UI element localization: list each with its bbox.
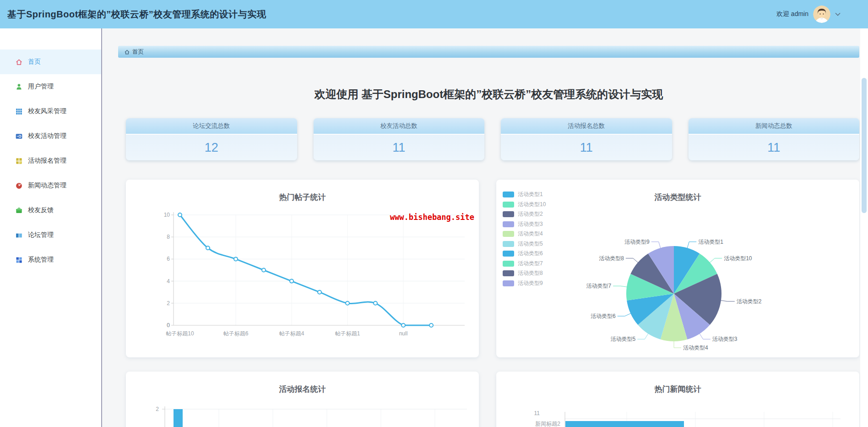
legend-label: 活动类型5	[518, 240, 543, 248]
legend-swatch	[503, 251, 514, 257]
header-user-area: 欢迎 admin	[776, 5, 841, 23]
forum-icon	[15, 231, 23, 239]
svg-text:10: 10	[164, 212, 170, 218]
sidebar-item-system[interactable]: 系统管理	[0, 247, 101, 272]
stat-card-title: 校友活动总数	[314, 118, 485, 135]
stat-card: 新闻动态总数11	[689, 118, 860, 160]
sidebar-item-forum[interactable]: 论坛管理	[0, 223, 101, 247]
legend-swatch	[503, 270, 514, 276]
avatar[interactable]	[813, 5, 830, 23]
monitor-icon	[15, 132, 23, 140]
stat-card-title: 活动报名总数	[501, 118, 672, 135]
sidebar-item-monitor[interactable]: 校友活动管理	[0, 124, 101, 148]
chart-title: 热门帖子统计	[126, 180, 479, 203]
stat-card: 活动报名总数11	[501, 118, 672, 160]
legend-label: 活动类型6	[518, 250, 543, 257]
legend-label: 活动类型4	[518, 230, 543, 238]
stat-card-value: 11	[767, 141, 780, 155]
legend-item[interactable]: 活动类型7	[503, 261, 546, 267]
svg-text:8: 8	[167, 234, 170, 240]
chart-card-activity-types: 活动类型统计 活动类型1活动类型10活动类型2活动类型3活动类型4活动类型5活动…	[496, 180, 859, 357]
main-content: 首页 欢迎使用 基于SpringBoot框架的”校联云桥”校友管理系统的设计与实…	[102, 28, 868, 427]
breadcrumb[interactable]: 首页	[118, 46, 859, 58]
chart-title: 活动类型统计	[496, 180, 859, 203]
pie-legend: 活动类型1活动类型10活动类型2活动类型3活动类型4活动类型5活动类型6活动类型…	[503, 192, 546, 290]
sidebar-item-user[interactable]: 用户管理	[0, 74, 101, 99]
legend-swatch	[503, 261, 514, 267]
legend-item[interactable]: 活动类型8	[503, 270, 546, 276]
legend-item[interactable]: 活动类型1	[503, 192, 546, 197]
svg-text:活动类型9: 活动类型9	[624, 239, 650, 245]
clock-icon	[15, 182, 23, 190]
chart-title: 热门新闻统计	[496, 372, 859, 394]
legend-label: 活动类型9	[518, 279, 543, 287]
svg-text:活动类型3: 活动类型3	[712, 336, 738, 342]
calendar-icon	[15, 157, 23, 165]
legend-label: 活动类型3	[518, 220, 543, 228]
sidebar-item-briefcase[interactable]: 校友反馈	[0, 198, 101, 223]
sidebar: 首页用户管理校友风采管理校友活动管理活动报名管理新闻动态管理校友反馈论坛管理系统…	[0, 28, 102, 427]
legend-label: 活动类型2	[518, 210, 543, 218]
legend-swatch	[503, 221, 514, 227]
svg-text:2: 2	[167, 300, 170, 307]
svg-text:帖子标题6: 帖子标题6	[223, 330, 249, 337]
sidebar-item-label: 首页	[28, 58, 41, 66]
line-chart-svg: 02468100帖子标题10帖子标题6帖子标题4帖子标题1null	[126, 180, 479, 357]
legend-item[interactable]: 活动类型5	[503, 241, 546, 247]
legend-item[interactable]: 活动类型6	[503, 251, 546, 257]
legend-swatch	[503, 280, 514, 286]
legend-swatch	[503, 211, 514, 217]
sidebar-item-grid[interactable]: 校友风采管理	[0, 99, 101, 124]
legend-swatch	[503, 231, 514, 237]
sidebar-item-label: 活动报名管理	[28, 157, 66, 165]
legend-item[interactable]: 活动类型10	[503, 202, 546, 208]
pie-chart-svg: 活动类型1活动类型10活动类型2活动类型3活动类型4活动类型5活动类型6活动类型…	[496, 180, 851, 357]
home-icon	[124, 49, 130, 55]
stats-row: 论坛交流总数12校友活动总数11活动报名总数11新闻动态总数11	[126, 118, 859, 160]
sidebar-item-label: 校友风采管理	[28, 107, 66, 115]
legend-swatch	[503, 241, 514, 247]
svg-text:活动类型7: 活动类型7	[586, 283, 612, 289]
stat-card-value: 11	[392, 141, 405, 155]
stat-card-title: 论坛交流总数	[126, 118, 297, 135]
stat-card-value: 11	[580, 141, 593, 155]
charts-row-bottom: 活动报名统计 2 热门新闻统计 11新闻标题2	[126, 372, 859, 427]
grid-icon	[15, 108, 23, 115]
sidebar-item-label: 论坛管理	[28, 231, 54, 239]
legend-swatch	[503, 202, 514, 208]
sidebar-item-label: 校友活动管理	[28, 132, 66, 140]
sidebar-item-label: 校友反馈	[28, 206, 54, 214]
scrollbar-thumb[interactable]	[862, 78, 867, 213]
svg-text:6: 6	[167, 256, 170, 262]
home-icon	[15, 58, 23, 66]
legend-item[interactable]: 活动类型2	[503, 211, 546, 217]
chart-card-hot-news: 热门新闻统计 11新闻标题2	[496, 372, 859, 427]
stat-card-title: 新闻动态总数	[689, 118, 860, 135]
legend-label: 活动类型10	[518, 201, 546, 208]
legend-label: 活动类型8	[518, 269, 543, 277]
chart-card-signups: 活动报名统计 2	[126, 372, 479, 427]
chart-card-hot-posts: 热门帖子统计 www.bishebang.site 02468100帖子标题10…	[126, 180, 479, 357]
chevron-down-icon[interactable]	[835, 12, 841, 16]
scrollbar-track[interactable]	[860, 28, 868, 427]
svg-text:帖子标题10: 帖子标题10	[166, 330, 194, 337]
stat-card: 论坛交流总数12	[126, 118, 297, 160]
svg-text:活动类型10: 活动类型10	[724, 255, 752, 262]
legend-label: 活动类型7	[518, 260, 543, 268]
welcome-text: 欢迎 admin	[776, 10, 808, 18]
user-icon	[15, 83, 23, 91]
svg-text:null: null	[399, 330, 408, 337]
legend-item[interactable]: 活动类型4	[503, 231, 546, 237]
stat-card: 校友活动总数11	[314, 118, 485, 160]
sidebar-item-clock[interactable]: 新闻动态管理	[0, 173, 101, 198]
sidebar-item-label: 新闻动态管理	[28, 181, 66, 190]
sidebar-item-calendar[interactable]: 活动报名管理	[0, 148, 101, 173]
svg-text:活动类型2: 活动类型2	[737, 298, 762, 305]
sidebar-item-home[interactable]: 首页	[0, 49, 101, 74]
svg-text:0: 0	[167, 322, 170, 328]
legend-swatch	[503, 192, 514, 197]
app-title: 基于SpringBoot框架的”校联云桥”校友管理系统的设计与实现	[7, 8, 266, 21]
legend-item[interactable]: 活动类型9	[503, 280, 546, 286]
legend-item[interactable]: 活动类型3	[503, 221, 546, 227]
svg-text:帖子标题4: 帖子标题4	[279, 330, 304, 337]
